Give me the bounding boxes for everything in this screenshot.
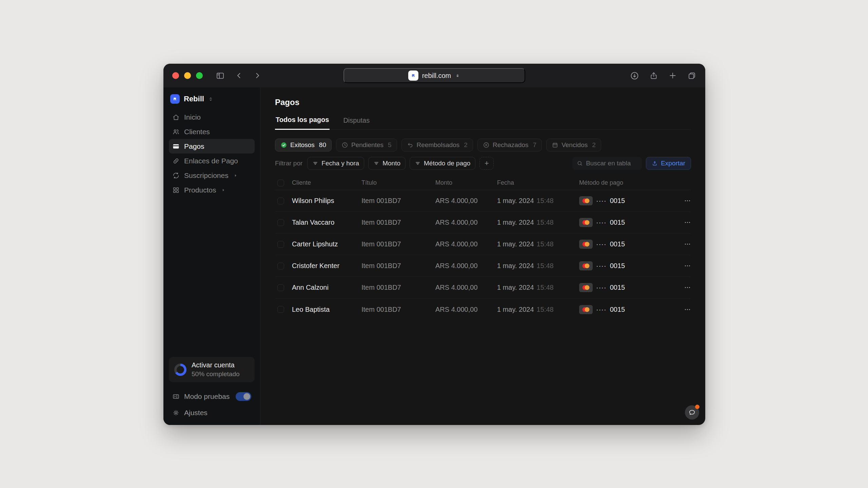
sidebar-nav: Inicio Clientes Pagos Enlaces de Pago Su… [169,110,255,197]
activate-account-card[interactable]: Activar cuenta 50% completado [169,357,255,382]
cell-cliente: Wilson Philips [292,197,361,205]
cell-fecha: 1 may. 202415:48 [497,306,579,313]
filter-bar: Filtrar por Fecha y hora Monto Método de… [275,157,691,170]
forward-icon[interactable] [253,72,261,80]
status-filter-vencidos[interactable]: Vencidos 2 [546,139,601,151]
tab-disputas[interactable]: Disputas [342,116,370,130]
row-actions-icon[interactable] [684,284,691,291]
row-actions-icon[interactable] [684,262,691,269]
traffic-lights [172,72,203,79]
row-checkbox[interactable] [277,306,284,313]
page-title: Pagos [275,98,691,107]
payments-table: Cliente Título Monto Fecha Método de pag… [275,176,691,320]
refresh-icon [172,172,180,179]
tab-overview-icon[interactable] [687,71,696,80]
mastercard-icon [579,261,593,270]
cell-cliente: Talan Vaccaro [292,219,361,226]
sidebar-item-enlaces-de-pago[interactable]: Enlaces de Pago [169,154,255,168]
filter-monto[interactable]: Monto [368,157,406,170]
sidebar-item-productos[interactable]: Productos [169,183,255,197]
cell-monto: ARS 4.000,00 [435,219,497,226]
search-input[interactable] [586,160,637,167]
select-all-checkbox[interactable] [277,180,284,186]
status-filter-pendientes[interactable]: Pendientes 5 [336,139,397,151]
table-row[interactable]: Ann Calzoni Item 001BD7 ARS 4.000,00 1 m… [275,277,691,299]
row-checkbox[interactable] [277,263,284,269]
new-tab-icon[interactable] [668,71,677,80]
filter-metodo-de-pago[interactable]: Método de pago [410,157,475,170]
rebill-logo-icon [170,94,180,104]
column-monto: Monto [435,179,497,186]
card-mask: ···· [596,197,607,205]
filter-lines-icon [312,160,318,166]
row-checkbox[interactable] [277,241,284,248]
cell-fecha: 1 may. 202415:48 [497,262,579,270]
undo-icon [407,142,414,148]
test-mode-toggle[interactable] [236,392,251,401]
zoom-window-button[interactable] [196,72,203,79]
minimize-window-button[interactable] [184,72,191,79]
status-filter-rechazados[interactable]: Rechazados 7 [477,139,542,151]
cell-titulo: Item 001BD7 [361,219,435,226]
table-row[interactable]: Wilson Philips Item 001BD7 ARS 4.000,00 … [275,190,691,212]
url-text: rebill.com [422,72,451,80]
sidebar-toggle-icon[interactable] [216,71,225,80]
chat-button[interactable] [685,405,699,420]
table-row[interactable]: Talan Vaccaro Item 001BD7 ARS 4.000,00 1… [275,212,691,233]
calendar-icon [552,142,558,148]
downloads-icon[interactable] [630,71,639,80]
credit-card-icon [172,143,180,150]
row-actions-icon[interactable] [684,306,691,313]
sidebar-item-pagos[interactable]: Pagos [169,139,255,154]
chevron-right-icon [221,188,225,192]
search-icon [577,160,583,166]
cell-cliente: Leo Baptista [292,306,361,313]
test-mode-icon [172,393,180,400]
sidebar-item-inicio[interactable]: Inicio [169,110,255,124]
cell-titulo: Item 001BD7 [361,284,435,291]
row-checkbox[interactable] [277,198,284,204]
card-last4: 0015 [610,306,625,313]
filter-lines-icon [373,160,379,166]
row-actions-icon[interactable] [684,197,691,204]
add-filter-button[interactable]: + [479,157,494,170]
cell-cliente: Carter Lipshutz [292,240,361,248]
row-checkbox[interactable] [277,219,284,226]
table-row[interactable]: Cristofer Kenter Item 001BD7 ARS 4.000,0… [275,255,691,277]
card-last4: 0015 [610,219,625,226]
row-actions-icon[interactable] [684,241,691,248]
filter-by-label: Filtrar por [275,160,302,167]
sidebar-item-suscripciones[interactable]: Suscripciones [169,168,255,183]
table-row[interactable]: Carter Lipshutz Item 001BD7 ARS 4.000,00… [275,233,691,255]
selector-icon [208,97,213,102]
browser-window: rebill.com [163,64,705,425]
share-icon[interactable] [649,71,658,80]
row-checkbox[interactable] [277,284,284,291]
status-filter-exitosos[interactable]: Exitosos 80 [275,139,332,151]
tabs: Todos los pagos Disputas [275,116,691,130]
status-filter-reembolsados[interactable]: Reembolsados 2 [401,139,473,151]
tab-todos-los-pagos[interactable]: Todos los pagos [275,116,330,130]
activation-subtitle: 50% completado [192,370,240,378]
table-row[interactable]: Leo Baptista Item 001BD7 ARS 4.000,00 1 … [275,299,691,320]
cell-metodo-de-pago: ···· 0015 [579,240,677,249]
filter-fecha-y-hora[interactable]: Fecha y hora [307,157,364,170]
close-window-button[interactable] [172,72,179,79]
upload-icon [652,160,658,166]
address-bar[interactable]: rebill.com [343,68,525,83]
card-last4: 0015 [610,262,625,270]
workspace-switcher[interactable]: Rebill [169,94,255,104]
sidebar-item-clientes[interactable]: Clientes [169,124,255,139]
cell-fecha: 1 may. 202415:48 [497,284,579,291]
cell-titulo: Item 001BD7 [361,306,435,313]
main-content: Pagos Todos los pagos Disputas Exitosos … [260,87,705,425]
column-cliente: Cliente [292,179,361,186]
export-button[interactable]: Exportar [646,157,691,170]
mastercard-icon [579,196,593,205]
site-favicon [408,70,418,81]
row-actions-icon[interactable] [684,219,691,226]
activation-title: Activar cuenta [192,361,240,369]
sidebar-item-ajustes[interactable]: Ajustes [169,406,255,420]
back-icon[interactable] [235,72,243,80]
table-search [572,157,642,170]
